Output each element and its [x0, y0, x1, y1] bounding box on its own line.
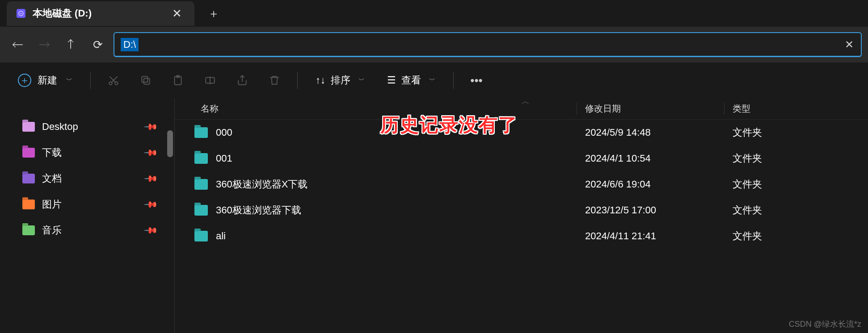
sort-button[interactable]: ↑↓ 排序 ﹀: [311, 70, 369, 91]
separator: [453, 72, 454, 89]
file-name: ali: [216, 230, 226, 242]
chevron-down-icon: ﹀: [429, 76, 435, 84]
new-label: 新建: [38, 74, 57, 87]
chevron-down-icon: ﹀: [358, 76, 365, 84]
file-type: 文件夹: [725, 126, 868, 139]
column-header-type[interactable]: 类型: [725, 103, 868, 115]
sidebar-item-label: 图片: [42, 198, 62, 211]
tab-title: 本地磁盘 (D:): [33, 7, 162, 20]
refresh-button[interactable]: ⟳: [87, 33, 109, 56]
folder-icon: [22, 174, 35, 183]
file-date: 2024/4/11 21:41: [577, 230, 725, 242]
file-name: 000: [216, 127, 232, 138]
separator: [90, 72, 91, 89]
folder-icon: [194, 231, 208, 241]
plus-circle-icon: ＋: [18, 74, 31, 87]
rename-icon[interactable]: [201, 71, 219, 90]
view-icon: ☰: [387, 75, 396, 86]
view-label: 查看: [401, 74, 421, 87]
new-tab-button[interactable]: ＋: [194, 0, 233, 27]
file-type: 文件夹: [725, 178, 868, 191]
sidebar-item-4[interactable]: 音乐📌: [22, 217, 174, 243]
file-name: 001: [216, 153, 232, 164]
sidebar-item-0[interactable]: Desktop📌: [22, 114, 174, 140]
close-tab-icon[interactable]: ✕: [169, 5, 185, 22]
watermark-text: CSDN @绿水长流*z: [789, 319, 861, 329]
sidebar-item-1[interactable]: 下载📌: [22, 140, 174, 166]
share-icon[interactable]: [233, 71, 252, 90]
pin-icon[interactable]: 📌: [143, 119, 159, 135]
navigation-sidebar: Desktop📌下载📌文档📌图片📌音乐📌: [0, 98, 174, 333]
address-bar[interactable]: D:\ ✕: [114, 32, 862, 57]
folder-icon: [194, 153, 208, 164]
file-row[interactable]: 360极速浏览器下载2023/12/5 17:00文件夹: [175, 197, 868, 223]
clear-address-icon[interactable]: ✕: [845, 38, 854, 51]
separator: [297, 72, 298, 89]
toolbar: ＋ 新建 ﹀ ↑↓ 排序 ﹀ ☰ 查看 ﹀ •••: [0, 62, 868, 98]
up-button[interactable]: 🡑: [60, 33, 82, 56]
file-name: 360极速浏览器下载: [216, 204, 301, 217]
folder-icon: [22, 148, 35, 158]
sidebar-item-label: 下载: [42, 146, 62, 159]
file-date: 2024/6/6 19:04: [577, 179, 725, 190]
forward-button[interactable]: 🡒: [33, 33, 55, 56]
file-type: 文件夹: [725, 229, 868, 243]
file-date: 2024/4/1 10:54: [577, 153, 725, 164]
view-button[interactable]: ☰ 查看 ﹀: [383, 70, 440, 91]
content-area: Desktop📌下载📌文档📌图片📌音乐📌 ︿ 名称 修改日期 类型 000202…: [0, 98, 868, 333]
pin-icon[interactable]: 📌: [143, 223, 159, 238]
file-date: 2024/5/9 14:48: [577, 127, 725, 138]
column-header-date[interactable]: 修改日期: [577, 103, 725, 115]
pin-icon[interactable]: 📌: [143, 171, 159, 187]
sidebar-item-3[interactable]: 图片📌: [22, 191, 174, 217]
address-text: D:\: [121, 38, 139, 51]
file-row[interactable]: 0002024/5/9 14:48文件夹: [175, 120, 868, 146]
folder-icon: [22, 200, 35, 209]
svg-rect-7: [144, 79, 150, 84]
file-row[interactable]: 0012024/4/1 10:54文件夹: [175, 146, 868, 171]
svg-point-2: [21, 13, 22, 14]
disk-icon: [16, 8, 26, 19]
nav-row: 🡐 🡒 🡑 ⟳ D:\ ✕: [0, 27, 868, 62]
new-button[interactable]: ＋ 新建 ﹀: [13, 70, 77, 91]
file-row[interactable]: ali2024/4/11 21:41文件夹: [175, 223, 868, 249]
pin-icon[interactable]: 📌: [143, 197, 159, 212]
sidebar-item-label: Desktop: [42, 121, 78, 133]
file-type: 文件夹: [725, 152, 868, 165]
chevron-up-icon[interactable]: ︿: [522, 96, 530, 107]
sort-label: 排序: [331, 74, 350, 87]
cut-icon[interactable]: [104, 71, 123, 90]
sidebar-item-label: 音乐: [42, 224, 62, 237]
copy-icon[interactable]: [136, 71, 155, 90]
sidebar-item-label: 文档: [42, 172, 62, 185]
file-date: 2023/12/5 17:00: [577, 204, 725, 216]
sort-icon: ↑↓: [316, 75, 325, 86]
sidebar-scrollbar[interactable]: [167, 130, 173, 157]
file-type: 文件夹: [725, 204, 868, 217]
annotation-text: 历史记录没有了: [380, 112, 518, 137]
svg-rect-8: [142, 76, 147, 82]
more-icon[interactable]: •••: [467, 71, 486, 90]
tab-bar: 本地磁盘 (D:) ✕ ＋: [0, 0, 868, 27]
file-list: ︿ 名称 修改日期 类型 0002024/5/9 14:48文件夹0012024…: [174, 98, 868, 333]
file-row[interactable]: 360极速浏览器X下载2024/6/6 19:04文件夹: [175, 171, 868, 197]
sidebar-item-2[interactable]: 文档📌: [22, 166, 174, 191]
file-name: 360极速浏览器X下载: [216, 178, 308, 191]
delete-icon[interactable]: [265, 71, 284, 90]
paste-icon[interactable]: [169, 71, 187, 90]
back-button[interactable]: 🡐: [6, 33, 29, 56]
pin-icon[interactable]: 📌: [143, 145, 159, 161]
folder-icon: [194, 127, 208, 138]
folder-icon: [22, 122, 35, 132]
active-tab[interactable]: 本地磁盘 (D:) ✕: [7, 1, 194, 26]
file-list-header: ︿ 名称 修改日期 类型: [175, 98, 868, 120]
folder-icon: [194, 205, 208, 216]
folder-icon: [22, 225, 35, 235]
chevron-down-icon: ﹀: [66, 76, 72, 84]
folder-icon: [194, 179, 208, 190]
